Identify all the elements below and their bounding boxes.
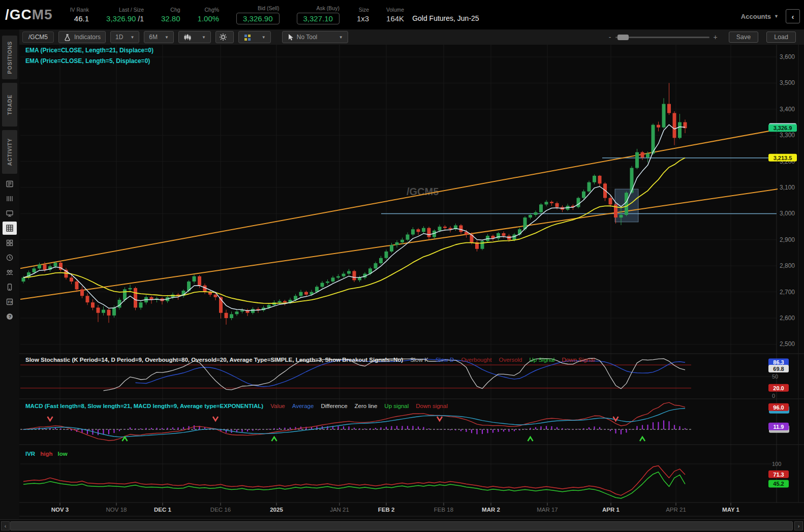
macd-histogram-bar [492,429,493,433]
chart-settings-button[interactable] [215,31,234,43]
candle-body [97,307,100,312]
stoch-axis-label: 50 [772,373,778,380]
macd-histogram-bar [55,428,56,429]
macd-histogram-bar [487,429,488,433]
mobile-device-icon[interactable] [3,280,17,294]
last-size-label: Last / Size [119,7,144,13]
time-axis-label: DEC 16 [210,507,231,513]
horizontal-scrollbar[interactable]: ‹ › [0,519,804,531]
ema21-label[interactable]: EMA (Price=CLOSE, Length=21, Displace=0) [25,47,153,54]
macd-histogram-bar [145,428,146,429]
ivr-axis-label: 100 [772,461,781,467]
news-icon[interactable] [3,177,17,191]
price-chart-svg[interactable]: 3,6003,5003,4003,3003,2003,1003,0002,900… [19,45,804,532]
accounts-dropdown[interactable]: Accounts▼ [741,13,779,20]
macd-histogram-bar [119,429,120,431]
save-button[interactable]: Save [729,32,759,43]
zoom-out-button[interactable]: - [605,33,615,41]
left-sidebar: POSITIONS TRADE ACTIVITY FX ? [0,29,20,532]
macd-histogram-bar [594,426,595,429]
scrollbar-thumb[interactable] [10,521,793,530]
macd-histogram-bar [401,426,403,429]
symbol-chip[interactable]: /GCM5 [22,32,54,43]
candle-body [400,240,404,242]
size-value: 1x3 [357,14,369,23]
macd-histogram-bar [642,425,643,429]
platform-fx-icon[interactable]: FX [3,295,17,308]
history-clock-icon[interactable] [3,251,17,264]
candle-body [342,274,346,276]
candle-body [411,229,415,234]
volume-field: Volume 164K [386,7,404,23]
trendline [20,189,778,299]
tool-dropdown[interactable]: No Tool▼ [282,31,348,43]
macd-histogram-bar [668,421,669,429]
price-axis-label: 2,900 [780,236,795,243]
macd-histogram-bar [599,427,600,429]
candle-body [609,198,612,205]
load-button[interactable]: Load [766,32,796,43]
macd-histogram-bar [396,426,397,429]
dashboard-grid-icon[interactable] [3,236,17,249]
watchlist-icon[interactable] [3,192,17,205]
compare-dropdown[interactable]: ▼ [238,31,271,43]
candle-body [251,309,255,313]
indicators-button[interactable]: Indicators [58,31,106,43]
macd-histogram-bar [658,422,659,429]
macd-histogram-bar [476,429,477,434]
candle-body [214,295,218,297]
macd-histogram-bar [578,429,579,429]
macd-histogram-bar [604,429,605,430]
chevron-down-icon: ▼ [165,35,169,40]
macd-histogram-bar [375,428,376,429]
macd-histogram-bar [183,427,184,429]
macd-histogram-bar [162,428,163,429]
price-axis-label: 2,600 [780,315,795,322]
macd-histogram-bar [685,428,686,429]
candle-body [70,277,73,281]
macd-histogram-bar [71,429,72,431]
macd-histogram-bar [508,429,509,432]
scroll-right-button[interactable]: › [794,521,803,530]
trendline [20,130,778,268]
help-icon[interactable]: ? [3,310,17,323]
macd-histogram-bar [247,429,248,431]
chart-toolbar: /GCM5 Indicators 1D▼ 6M▼ ▼ ▼ No Tool▼ - … [19,29,804,45]
zoom-slider[interactable] [615,37,709,38]
ask-button[interactable]: 3,327.10 [297,13,339,24]
range-dropdown[interactable]: 6M▼ [144,31,174,43]
ema5-label[interactable]: EMA (Price=CLOSE, Length=5, Displace=0) [25,57,153,65]
candle-body [438,227,442,231]
chart-canvas[interactable]: EMA (Price=CLOSE, Length=21, Displace=0)… [19,45,804,532]
monitor-icon[interactable] [3,207,17,220]
collapse-panel-button[interactable]: ‹ [786,9,800,23]
ivr-value-badge-text: 45.2 [773,481,784,487]
macd-histogram-bar [562,428,563,429]
sidebar-tab-positions[interactable]: POSITIONS [2,36,17,79]
community-icon[interactable] [3,266,17,279]
candle-body [112,307,116,315]
macd-histogram-bar [263,429,264,430]
chart-icon[interactable] [3,222,17,235]
macd-histogram-bar [98,429,99,435]
candle-body [534,212,538,215]
sidebar-tab-trade[interactable]: TRADE [2,83,17,127]
macd-histogram-bar [418,426,419,429]
size-field: Size 1x3 [357,7,369,23]
candle-body [326,281,329,283]
time-axis-label: MAY 1 [722,507,739,513]
zoom-slider-thumb[interactable] [617,35,629,40]
macd-up-signal-arrow [122,437,128,441]
volume-value: 164K [386,14,404,23]
zoom-in-button[interactable]: + [709,33,722,41]
contract-description: Gold Futures, Jun-25 [412,14,479,22]
macd-histogram-bar [572,429,573,430]
candle-body [374,263,378,268]
sidebar-tab-activity[interactable]: ACTIVITY [2,130,17,174]
chart-type-dropdown[interactable]: ▼ [178,31,211,43]
timeframe-dropdown[interactable]: 1D▼ [110,31,139,43]
chg-pct-field: Chg% 1.00% [198,7,220,23]
scroll-left-button[interactable]: ‹ [1,521,10,530]
bid-button[interactable]: 3,326.90 [236,13,279,24]
candle-body [667,104,671,113]
